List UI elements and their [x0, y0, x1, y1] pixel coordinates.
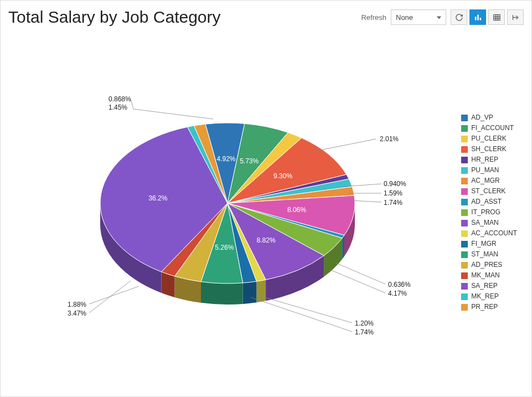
legend-label: IT_PROG — [471, 207, 500, 218]
share-button[interactable] — [507, 9, 524, 25]
legend-swatch — [461, 209, 468, 216]
legend-label: HR_REP — [471, 154, 498, 165]
legend-item[interactable]: AC_ACCOUNT — [461, 228, 517, 239]
legend-label: AD_VP — [471, 112, 493, 123]
legend-swatch — [461, 136, 468, 142]
legend-item[interactable]: IT_PROG — [461, 207, 517, 218]
legend-item[interactable]: AD_VP — [461, 112, 517, 123]
pie-side — [243, 281, 257, 304]
refresh-selected-value: None — [396, 13, 413, 22]
slice-callout-label: 0.636% — [388, 281, 411, 288]
legend-label: AC_MGR — [471, 176, 499, 186]
slice-callout-label: 2.01% — [380, 135, 399, 143]
legend-label: PU_MAN — [471, 165, 499, 176]
slice-label: 5.73% — [240, 157, 259, 165]
legend-label: FI_ACCOUNT — [471, 123, 514, 133]
legend-label: PU_CLERK — [471, 133, 506, 144]
legend-swatch — [461, 272, 468, 279]
share-icon — [512, 13, 520, 22]
slice-callout-label: 1.20% — [355, 319, 374, 327]
legend-label: ST_MAN — [471, 249, 498, 260]
legend-swatch — [461, 251, 468, 258]
legend-label: AD_PRES — [471, 260, 502, 270]
legend-item[interactable]: ST_MAN — [461, 249, 517, 260]
slice-label: 9.30% — [273, 172, 292, 180]
legend-swatch — [461, 178, 468, 184]
slice-label: 4.92% — [216, 155, 235, 163]
slice-callout-label: 1.59% — [384, 189, 402, 197]
legend-item[interactable]: PR_REP — [461, 302, 517, 312]
legend-label: AC_ACCOUNT — [471, 228, 517, 239]
legend-swatch — [461, 188, 468, 195]
svg-rect-1 — [477, 14, 479, 20]
slice-callout-label: 1.45% — [109, 104, 127, 111]
slice-callout-label: 3.47% — [68, 310, 86, 317]
legend-label: SA_REP — [471, 281, 497, 291]
legend-swatch — [461, 167, 468, 174]
legend-label: SH_CLERK — [471, 144, 506, 154]
legend-swatch — [461, 293, 468, 300]
legend-item[interactable]: FI_MGR — [461, 239, 517, 249]
slice-label: 5.26% — [215, 244, 234, 251]
legend-swatch — [461, 220, 468, 226]
legend-label: MK_REP — [471, 291, 498, 302]
slice-label: 36.2% — [148, 194, 167, 202]
toolbar: Refresh None — [361, 9, 524, 25]
slice-callout-label: 1.74% — [384, 199, 402, 207]
refresh-select[interactable]: None — [391, 9, 446, 25]
legend-swatch — [461, 115, 468, 121]
legend-swatch — [461, 304, 468, 311]
legend-item[interactable]: PU_MAN — [461, 165, 517, 176]
legend-item[interactable]: SH_CLERK — [461, 144, 517, 154]
legend-swatch — [461, 283, 468, 290]
legend-item[interactable]: AD_ASST — [461, 197, 517, 207]
view-buttons — [451, 9, 524, 25]
svg-rect-2 — [479, 18, 481, 20]
pie-side — [256, 280, 266, 302]
legend-item[interactable]: HR_REP — [461, 154, 517, 165]
legend-label: ST_CLERK — [471, 186, 505, 197]
svg-rect-0 — [474, 17, 476, 20]
chart-view-button[interactable] — [469, 9, 486, 25]
legend-item[interactable]: SA_REP — [461, 281, 517, 291]
legend-label: SA_MAN — [471, 218, 498, 228]
legend-item[interactable]: PU_CLERK — [461, 133, 517, 144]
legend: AD_VPFI_ACCOUNTPU_CLERKSH_CLERKHR_REPPU_… — [461, 112, 517, 312]
legend-item[interactable]: ST_CLERK — [461, 186, 517, 197]
slice-callout-label: 0.940% — [384, 180, 406, 188]
legend-item[interactable]: FI_ACCOUNT — [461, 123, 517, 133]
legend-label: FI_MGR — [471, 239, 496, 249]
legend-swatch — [461, 230, 468, 237]
slice-label: 8.82% — [257, 236, 276, 244]
legend-label: AD_ASST — [471, 197, 502, 207]
slice-callout-label: 1.74% — [355, 328, 374, 336]
refresh-icon — [455, 13, 463, 22]
chart-area: 4.92%5.73%9.30%8.06%8.82%5.26%36.2% AD_V… — [1, 32, 531, 396]
page-title: Total Salary by Job Category — [8, 8, 221, 27]
legend-swatch — [461, 262, 468, 269]
pie-side — [201, 282, 243, 305]
refresh-button[interactable] — [451, 9, 467, 25]
legend-swatch — [461, 125, 468, 132]
bar-chart-icon — [474, 13, 482, 22]
slice-callout-label: 4.17% — [388, 290, 407, 297]
refresh-label: Refresh — [361, 13, 386, 22]
table-icon — [493, 13, 501, 22]
svg-rect-3 — [493, 14, 499, 20]
legend-item[interactable]: AD_PRES — [461, 260, 517, 270]
slice-callout-label: 1.88% — [68, 301, 86, 308]
legend-swatch — [461, 199, 468, 205]
legend-swatch — [461, 157, 468, 163]
table-view-button[interactable] — [488, 9, 505, 25]
legend-label: PR_REP — [471, 302, 498, 312]
pie-side — [342, 235, 344, 259]
legend-item[interactable]: MK_REP — [461, 291, 517, 302]
pie-chart: 4.92%5.73%9.30%8.06%8.82%5.26%36.2% — [84, 104, 371, 314]
legend-swatch — [461, 146, 468, 153]
legend-item[interactable]: MK_MAN — [461, 270, 517, 281]
legend-swatch — [461, 241, 468, 248]
legend-label: MK_MAN — [471, 270, 499, 281]
legend-item[interactable]: SA_MAN — [461, 218, 517, 228]
legend-item[interactable]: AC_MGR — [461, 176, 517, 186]
slice-callout-label: 0.868% — [109, 95, 131, 103]
